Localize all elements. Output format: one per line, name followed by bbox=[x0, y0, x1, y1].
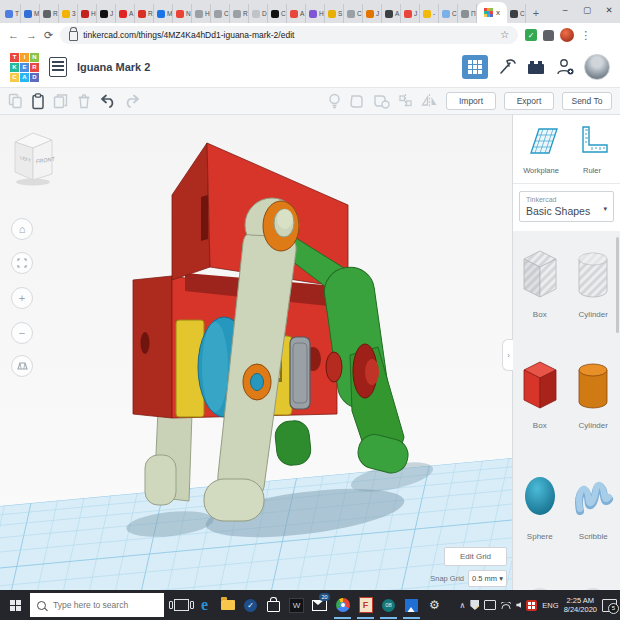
maximize-button[interactable]: ▢ bbox=[576, 0, 598, 20]
minimize-button[interactable]: – bbox=[554, 0, 576, 20]
copy-icon[interactable] bbox=[8, 93, 23, 109]
shape-sphere[interactable]: Sphere bbox=[513, 465, 567, 576]
browser-menu-icon[interactable]: ⋮ bbox=[580, 30, 591, 41]
workplane-tool[interactable]: Workplane bbox=[518, 125, 564, 175]
reload-icon[interactable]: ⟳ bbox=[44, 30, 53, 41]
teams-grid-icon[interactable] bbox=[526, 600, 537, 611]
shape-partial-right[interactable] bbox=[567, 576, 620, 590]
browser-tab-14[interactable]: C bbox=[268, 4, 287, 23]
browser-tab-3[interactable]: 3 bbox=[59, 4, 78, 23]
delete-icon[interactable] bbox=[77, 93, 91, 109]
chrome-app[interactable] bbox=[331, 591, 354, 619]
browser-tab-17[interactable]: S bbox=[325, 4, 344, 23]
shape-cylinder-orange[interactable]: Cylinder bbox=[567, 354, 620, 465]
edge-app[interactable]: e bbox=[193, 591, 216, 619]
browser-tab-19[interactable]: J bbox=[363, 4, 382, 23]
settings-app[interactable]: ⚙ bbox=[423, 591, 446, 619]
language-indicator[interactable]: ENG bbox=[542, 601, 558, 610]
forward-icon[interactable]: → bbox=[26, 30, 37, 41]
zoom-out-button[interactable]: − bbox=[11, 322, 33, 344]
back-icon[interactable]: ← bbox=[8, 30, 19, 41]
new-tab-button[interactable]: + bbox=[528, 5, 544, 21]
edit-grid-button[interactable]: Edit Grid bbox=[444, 547, 507, 566]
shape-cylinder-hole[interactable]: Cylinder bbox=[567, 243, 620, 354]
file-explorer-app[interactable] bbox=[216, 591, 239, 619]
browser-tab-1[interactable]: M bbox=[21, 4, 40, 23]
perspective-toggle-button[interactable] bbox=[11, 355, 33, 377]
extension-check-icon[interactable]: ✓ bbox=[525, 29, 537, 41]
browser-tab-7[interactable]: R bbox=[135, 4, 154, 23]
volume-icon[interactable] bbox=[516, 602, 521, 608]
browser-tab-24[interactable]: П bbox=[458, 4, 477, 23]
browser-tab-16[interactable]: H bbox=[306, 4, 325, 23]
tray-box-icon[interactable] bbox=[484, 600, 496, 610]
shape-partial-left[interactable] bbox=[513, 576, 567, 590]
home-view-button[interactable]: ⌂ bbox=[11, 218, 33, 240]
browser-tab-12[interactable]: R bbox=[230, 4, 249, 23]
view-cube[interactable]: LEFT FRONT bbox=[8, 127, 60, 187]
browser-tab-4[interactable]: H bbox=[78, 4, 97, 23]
ungroup-icon[interactable] bbox=[373, 93, 390, 109]
tray-chevron-icon[interactable]: ∧ bbox=[460, 601, 466, 610]
blocks-view-button[interactable] bbox=[462, 55, 488, 79]
browser-tab-trailing[interactable]: C bbox=[507, 4, 526, 23]
share-user-icon[interactable] bbox=[555, 57, 575, 77]
browser-tab-11[interactable]: C bbox=[211, 4, 230, 23]
dark-app[interactable]: W bbox=[285, 591, 308, 619]
close-button[interactable]: ✕ bbox=[598, 0, 620, 20]
browser-tab-9[interactable]: N bbox=[173, 4, 192, 23]
shape-scribble[interactable]: Scribble bbox=[567, 465, 620, 576]
redo-icon[interactable] bbox=[124, 94, 141, 108]
store-app[interactable] bbox=[262, 591, 285, 619]
action-center-icon[interactable]: 5 bbox=[602, 599, 617, 612]
user-avatar[interactable] bbox=[584, 54, 610, 80]
tools-pickaxe-icon[interactable] bbox=[497, 57, 517, 77]
show-all-bulb-icon[interactable] bbox=[328, 93, 341, 110]
search-input[interactable] bbox=[51, 599, 155, 611]
taskbar-search[interactable] bbox=[30, 593, 164, 617]
3d-viewport[interactable]: LEFT FRONT ⌂ + − Edit Grid Snap Grid 0.5… bbox=[0, 115, 512, 590]
browser-tab-6[interactable]: A bbox=[116, 4, 135, 23]
o8-app[interactable]: 08 bbox=[377, 591, 400, 619]
tinkercad-logo[interactable]: TINKERCAD bbox=[10, 53, 39, 82]
browser-tab-2[interactable]: R bbox=[40, 4, 59, 23]
shape-category-dropdown[interactable]: Tinkercad Basic Shapes ▾ bbox=[519, 191, 614, 222]
brick-icon[interactable] bbox=[526, 58, 546, 76]
todo-app[interactable]: ✓ bbox=[239, 591, 262, 619]
mirror-icon[interactable] bbox=[421, 93, 438, 109]
3d-scene[interactable] bbox=[0, 115, 512, 590]
shape-box-red[interactable]: Box bbox=[513, 354, 567, 465]
send-to-button[interactable]: Send To bbox=[562, 92, 612, 110]
network-icon[interactable] bbox=[501, 602, 511, 609]
browser-tab-15[interactable]: A bbox=[287, 4, 306, 23]
browser-profile-avatar[interactable] bbox=[560, 28, 574, 42]
import-button[interactable]: Import bbox=[446, 92, 496, 110]
start-button[interactable] bbox=[0, 590, 30, 620]
browser-tab-18[interactable]: C bbox=[344, 4, 363, 23]
f-app[interactable]: F bbox=[354, 591, 377, 619]
shape-box-hole[interactable]: Box bbox=[513, 243, 567, 354]
snap-grid-select[interactable]: 0.5 mm ▾ bbox=[468, 570, 507, 587]
browser-tab-active[interactable]: x bbox=[477, 2, 507, 23]
3d-model-iguana-mark-2[interactable] bbox=[133, 143, 411, 521]
ruler-tool[interactable]: Ruler bbox=[569, 125, 615, 175]
fit-view-button[interactable] bbox=[11, 252, 33, 274]
gallery-scrollbar[interactable] bbox=[616, 237, 619, 333]
bookmark-star-icon[interactable]: ☆ bbox=[500, 30, 509, 40]
browser-tab-23[interactable]: C bbox=[439, 4, 458, 23]
duplicate-icon[interactable] bbox=[53, 93, 69, 109]
address-bar[interactable]: tinkercad.com/things/4MZ4Ka4hDd1-iguana-… bbox=[60, 26, 518, 44]
security-shield-icon[interactable] bbox=[470, 600, 479, 610]
browser-tab-10[interactable]: H bbox=[192, 4, 211, 23]
design-title[interactable]: Iguana Mark 2 bbox=[77, 61, 150, 73]
browser-tab-0[interactable]: T bbox=[2, 4, 21, 23]
mail-app[interactable]: 20 bbox=[308, 591, 331, 619]
design-menu-icon[interactable] bbox=[49, 57, 67, 77]
browser-tab-21[interactable]: J bbox=[401, 4, 420, 23]
task-view-button[interactable] bbox=[170, 591, 193, 619]
browser-tab-13[interactable]: D bbox=[249, 4, 268, 23]
undo-icon[interactable] bbox=[99, 94, 116, 108]
taskbar-clock[interactable]: 2:25 AM 8/24/2020 bbox=[564, 596, 597, 614]
align-icon[interactable] bbox=[398, 93, 413, 109]
browser-tab-22[interactable]: - bbox=[420, 4, 439, 23]
